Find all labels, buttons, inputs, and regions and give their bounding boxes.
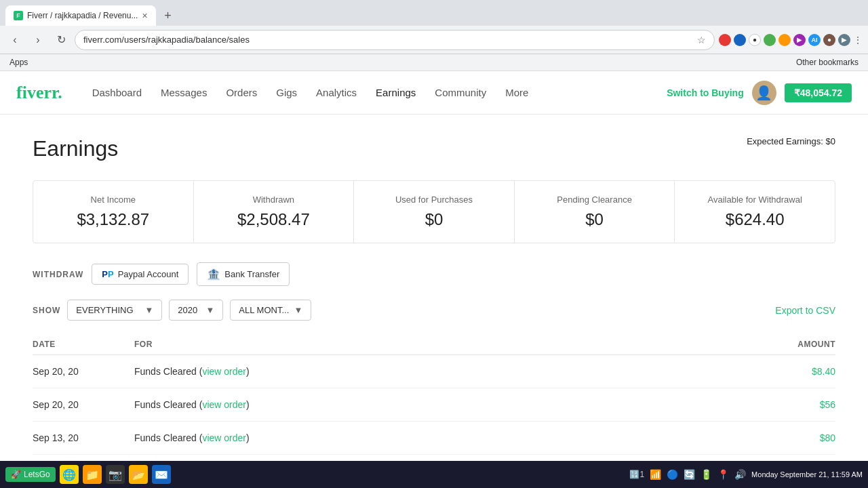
taskbar-clock: Monday September 21, 11:59 AM: [751, 470, 863, 479]
bookmark-star[interactable]: ☆: [697, 35, 706, 45]
nav-orders[interactable]: Orders: [218, 81, 265, 104]
ext-icon-purple[interactable]: ▶: [793, 34, 806, 46]
cell-amount: $80: [754, 432, 835, 443]
nav-messages[interactable]: Messages: [153, 81, 215, 104]
table-row: Sep 20, 20 Funds Cleared (view order) $5…: [33, 388, 835, 422]
export-csv-button[interactable]: Export to CSV: [775, 305, 835, 316]
address-text: fiverr.com/users/rajkkapadia/balance/sal…: [83, 35, 692, 45]
stat-purchases-value: $0: [370, 210, 498, 229]
cell-for: Funds Cleared (view order): [134, 366, 754, 377]
stat-purchases-label: Used for Purchases: [370, 195, 498, 205]
taskbar-folder[interactable]: 📂: [129, 465, 148, 484]
filter-year-dropdown[interactable]: 2020 ▼: [169, 300, 223, 321]
forward-button[interactable]: ›: [28, 30, 47, 49]
paypal-label: Paypal Account: [118, 269, 179, 279]
new-tab-button[interactable]: +: [159, 6, 178, 25]
stat-purchases: Used for Purchases $0: [354, 181, 515, 243]
taskbar-camera[interactable]: 📷: [106, 465, 125, 484]
show-section: SHOW EVERYTHING ▼ 2020 ▼ ALL MONT... ▼ E…: [33, 300, 835, 321]
bookmarks-bar: Apps Other bookmarks: [0, 54, 868, 71]
taskbar-num-icon: 🔢1: [629, 470, 644, 479]
bank-icon: 🏦: [207, 268, 220, 281]
page-title: Earnings: [33, 136, 118, 161]
dropdown-arrow-2: ▼: [205, 305, 214, 315]
address-bar[interactable]: fiverr.com/users/rajkkapadia/balance/sal…: [75, 30, 715, 50]
table-row: Sep 13, 20 Funds Cleared (view order) $8…: [33, 422, 835, 455]
filter-everything-dropdown[interactable]: EVERYTHING ▼: [67, 300, 162, 321]
browser-toolbar: ‹ › ↻ fiverr.com/users/rajkkapadia/balan…: [0, 26, 868, 54]
withdraw-label: WITHDRAW: [33, 270, 83, 279]
taskbar-location-icon[interactable]: 📍: [717, 469, 729, 480]
col-for: FOR: [134, 340, 754, 349]
start-label: LetsGo: [24, 470, 50, 479]
ext-icon-green[interactable]: [764, 34, 776, 46]
ext-icon-brown[interactable]: ●: [823, 34, 835, 46]
view-order-link[interactable]: view order: [202, 432, 246, 443]
taskbar-system: 🔢1 📶 🔵 🔄 🔋 📍 🔊 Monday September 21, 11:5…: [629, 469, 863, 480]
bookmark-apps[interactable]: Apps: [5, 56, 32, 68]
active-tab[interactable]: F Fiverr / rajkkapadia / Revenu... ×: [5, 5, 156, 26]
tab-close-button[interactable]: ×: [142, 10, 147, 21]
taskbar-bluetooth-icon[interactable]: 🔵: [667, 469, 678, 480]
cell-amount: $56: [754, 399, 835, 410]
user-avatar[interactable]: 👤: [752, 81, 776, 105]
ext-icon-circle[interactable]: ●: [749, 34, 761, 46]
bank-label: Bank Transfer: [224, 269, 279, 279]
stat-available: Available for Withdrawal $624.40: [675, 181, 835, 243]
taskbar-sync-icon[interactable]: 🔄: [684, 469, 695, 480]
stat-withdrawn-label: Withdrawn: [210, 195, 338, 205]
taskbar-wifi-icon[interactable]: 📶: [650, 469, 661, 480]
stat-net-income-label: Net Income: [50, 195, 177, 205]
ext-icon-orange[interactable]: [778, 34, 791, 46]
stat-pending-value: $0: [531, 210, 658, 229]
dropdown-arrow-1: ▼: [144, 305, 153, 315]
tab-bar: F Fiverr / rajkkapadia / Revenu... × +: [0, 0, 868, 26]
taskbar-battery-icon[interactable]: 🔋: [701, 469, 712, 480]
dropdown-arrow-3: ▼: [294, 305, 302, 315]
col-amount: AMOUNT: [754, 340, 835, 349]
nav-earnings[interactable]: Earnings: [368, 81, 424, 104]
cell-for: Funds Cleared (view order): [134, 432, 754, 443]
page-content: Earnings Expected Earnings: $0 Net Incom…: [0, 115, 868, 488]
balance-badge[interactable]: ₹48,054.72: [785, 83, 852, 102]
taskbar-volume-icon[interactable]: 🔊: [734, 469, 746, 480]
tab-favicon: F: [14, 11, 23, 20]
stat-available-value: $624.40: [691, 210, 818, 229]
bookmark-other[interactable]: Other bookmarks: [792, 56, 863, 68]
stat-net-income-value: $3,132.87: [50, 210, 177, 229]
ext-icon-ai[interactable]: AI: [808, 34, 821, 46]
nav-gigs[interactable]: Gigs: [268, 81, 305, 104]
nav-dashboard[interactable]: Dashboard: [84, 81, 150, 104]
ext-icon-blue[interactable]: [734, 34, 746, 46]
paypal-withdraw-button[interactable]: PP Paypal Account: [92, 264, 189, 285]
nav-more[interactable]: More: [497, 81, 536, 104]
back-button[interactable]: ‹: [5, 30, 24, 49]
extensions-button[interactable]: ⋮: [853, 35, 863, 45]
nav-analytics[interactable]: Analytics: [308, 81, 365, 104]
refresh-button[interactable]: ↻: [52, 30, 71, 49]
expected-earnings-value: $0: [826, 136, 835, 146]
expected-earnings: Expected Earnings: $0: [747, 136, 835, 146]
view-order-link[interactable]: view order: [202, 399, 246, 410]
ext-icon-red[interactable]: [719, 34, 731, 46]
cell-date: Sep 20, 20: [33, 399, 134, 410]
stats-row: Net Income $3,132.87 Withdrawn $2,508.47…: [33, 180, 835, 243]
taskbar: 🚀 LetsGo 🌐 📁 📷 📂 ✉️ 🔢1 📶 🔵 🔄 🔋 📍 🔊 Monda…: [0, 461, 868, 488]
taskbar-files[interactable]: 📁: [83, 465, 102, 484]
filter-month-dropdown[interactable]: ALL MONT... ▼: [230, 300, 311, 321]
bank-withdraw-button[interactable]: 🏦 Bank Transfer: [197, 262, 290, 286]
paypal-icon: PP: [102, 269, 113, 279]
ext-icon-gray[interactable]: ▶: [838, 34, 850, 46]
taskbar-mail[interactable]: ✉️: [152, 465, 171, 484]
stat-available-label: Available for Withdrawal: [691, 195, 818, 205]
filter-month-value: ALL MONT...: [239, 305, 289, 315]
switch-buying-button[interactable]: Switch to Buying: [667, 87, 744, 98]
filter-everything-value: EVERYTHING: [76, 305, 133, 315]
start-button[interactable]: 🚀 LetsGo: [5, 467, 56, 482]
nav-community[interactable]: Community: [427, 81, 494, 104]
table-header: DATE FOR AMOUNT: [33, 334, 835, 355]
fiverr-logo[interactable]: fiverr.: [16, 83, 62, 103]
view-order-link[interactable]: view order: [202, 366, 246, 377]
taskbar-chrome[interactable]: 🌐: [60, 465, 79, 484]
withdraw-section: WITHDRAW PP Paypal Account 🏦 Bank Transf…: [33, 262, 835, 286]
